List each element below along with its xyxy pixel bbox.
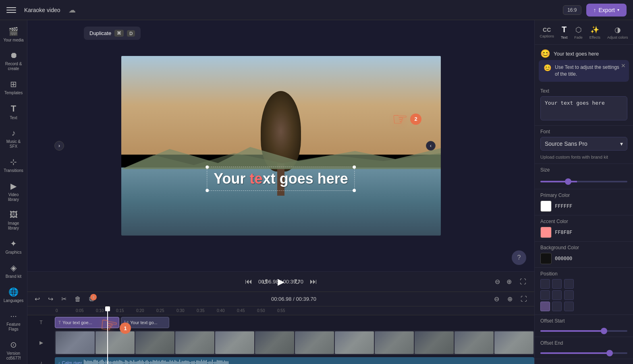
sidebar-item-image-library[interactable]: 🖼 Image library	[2, 207, 26, 234]
sidebar-item-video-library[interactable]: ▶ Video library	[2, 178, 26, 205]
position-middle-left[interactable]	[540, 290, 550, 300]
canvas-text-red: te	[250, 170, 263, 187]
ruler-marks-container: 0 0:05 0:10 0:15 0:20 0:25 0:30 0:35 0:4…	[55, 308, 534, 313]
background-color-swatch[interactable]	[540, 253, 552, 264]
video-canvas[interactable]: Your text goes here	[121, 56, 441, 236]
position-top-center[interactable]	[552, 279, 562, 289]
help-button[interactable]: ?	[512, 250, 526, 265]
timeline-zoom-out-button[interactable]: ⊖	[492, 294, 502, 304]
right-panel-collapse-button[interactable]: ‹	[426, 141, 436, 151]
timeline-time-display: 00:06.98 / 00:39.70	[99, 296, 488, 302]
menu-button[interactable]	[6, 5, 16, 15]
effects-tab[interactable]: ✨ Effects	[587, 24, 603, 41]
delete-button[interactable]: 🗑	[72, 295, 83, 304]
timeline-zoom-in-button[interactable]: ⊕	[505, 294, 515, 304]
audio-track-label: ♪	[27, 360, 55, 364]
playback-time: 00:06.98 / 00:39.70	[258, 279, 303, 285]
ruler-mark-15: 0:15	[115, 308, 135, 313]
text-input[interactable]: Your text goes here	[540, 96, 627, 120]
skip-to-start-button[interactable]: ⏮	[243, 276, 254, 287]
sidebar-item-record[interactable]: ⏺ Record &create	[2, 48, 26, 74]
project-title[interactable]: Karaoke video	[24, 7, 60, 13]
accent-color-row[interactable]: FF8F8F	[540, 227, 627, 238]
position-bottom-left[interactable]	[540, 302, 550, 311]
primary-color-swatch[interactable]	[540, 201, 552, 212]
cut-button[interactable]: ✂	[59, 294, 69, 304]
sidebar-item-music[interactable]: ♪ Music & SFX	[2, 125, 26, 152]
primary-color-row[interactable]: FFFFFF	[540, 201, 627, 212]
right-panel: CC Captions T Text ⬡ Fade ✨ Effects ◑ Ad…	[534, 20, 633, 364]
sidebar-item-graphics[interactable]: ✦ Graphics	[2, 236, 26, 258]
size-slider[interactable]	[540, 181, 627, 182]
position-bottom-right[interactable]	[564, 302, 574, 311]
ruler-mark-40: 0:40	[216, 308, 236, 313]
undo-button[interactable]: ↩	[32, 294, 42, 304]
video-library-icon: ▶	[10, 181, 17, 191]
skip-to-end-button[interactable]: ⏭	[308, 276, 319, 287]
sidebar-item-languages[interactable]: 🌐 Languages	[2, 284, 26, 306]
audio-waveform: // Generate waveform bars inline const w…	[84, 360, 531, 364]
main-layout: 🎬 Your media ⏺ Record &create ⊞ Template…	[0, 20, 633, 364]
export-button[interactable]: ↑ Export ▾	[586, 4, 627, 17]
film-frame-5	[215, 331, 254, 354]
offset-end-slider[interactable]	[540, 352, 627, 354]
resize-handle-tl[interactable]	[205, 165, 209, 169]
sidebar-item-transitions[interactable]: ⊹ Transitions	[2, 154, 26, 176]
redo-button[interactable]: ↪	[46, 294, 56, 304]
zoom-out-button[interactable]: ⊖	[493, 276, 502, 287]
sidebar-collapse-button[interactable]: ›	[54, 141, 64, 151]
text-tab[interactable]: T Text	[558, 23, 570, 41]
text-clip-1[interactable]: T Your text goe...	[55, 317, 119, 328]
upload-fonts-link[interactable]: Upload custom fonts	[540, 155, 582, 159]
audio-clip-label: Calm river	[62, 360, 82, 364]
sidebar-item-templates[interactable]: ⊞ Templates	[2, 76, 26, 99]
canvas-region: Your text goes here Duplicate ⌘ D › ? ‹ …	[27, 20, 534, 364]
canvas-mountains	[121, 145, 441, 169]
font-section: Font Source Sans Pro ▾ Upload custom fon…	[535, 126, 633, 164]
aspect-ratio-selector[interactable]: 16:9	[563, 5, 581, 15]
help-icon[interactable]: ?	[512, 250, 526, 265]
sidebar-item-text[interactable]: T Text	[2, 100, 26, 124]
text-clip-1-icon: T	[58, 321, 61, 325]
sidebar-item-brand-kit[interactable]: ◈ Brand kit	[2, 260, 26, 282]
timeline-ruler: 0 0:05 0:10 0:15 0:20 0:25 0:30 0:35 0:4…	[27, 306, 534, 315]
film-frame-10	[415, 331, 454, 354]
info-tooltip: 😊 Use Text to adjust the settings of the…	[539, 60, 629, 82]
fade-tab[interactable]: ⬡ Fade	[572, 24, 585, 41]
accent-color-hex: FF8F8F	[555, 230, 572, 235]
captions-tab[interactable]: CC Captions	[537, 25, 556, 40]
text-clip-1-label: Your text goe...	[62, 320, 92, 325]
position-middle-center[interactable]	[552, 290, 562, 300]
audio-track-content[interactable]: ♪ Calm river // Generate waveform bars i…	[55, 357, 534, 364]
duplicate-clip-button[interactable]: ⧉ 1	[87, 295, 96, 304]
sidebar-item-your-media[interactable]: 🎬 Your media	[2, 23, 26, 46]
timeline-tracks-area: 0 0:05 0:10 0:15 0:20 0:25 0:30 0:35 0:4…	[27, 306, 534, 364]
tooltip-close-button[interactable]: ✕	[621, 62, 626, 69]
timeline-playhead[interactable]	[107, 306, 108, 364]
video-track-content[interactable]	[55, 331, 534, 355]
background-color-row[interactable]: 000000	[540, 253, 627, 264]
accent-color-swatch[interactable]	[540, 227, 552, 238]
position-top-left[interactable]	[540, 279, 550, 289]
fullscreen-button[interactable]: ⛶	[518, 277, 528, 287]
film-frame-1	[56, 331, 95, 354]
sidebar-item-feature-flags[interactable]: ··· Feature Flags	[2, 308, 26, 335]
right-panel-icon-tabs: CC Captions T Text ⬡ Fade ✨ Effects ◑ Ad…	[535, 20, 633, 45]
languages-icon: 🌐	[8, 287, 19, 297]
audio-clip[interactable]: ♪ Calm river // Generate waveform bars i…	[55, 357, 534, 364]
zoom-in-button[interactable]: ⊕	[505, 276, 513, 287]
position-bottom-center[interactable]	[552, 302, 562, 311]
canvas-text-overlay[interactable]: Your text goes here	[207, 167, 355, 191]
accent-color-title: Accent Color	[540, 219, 627, 224]
position-middle-right[interactable]	[564, 290, 574, 300]
resize-handle-bl[interactable]	[205, 189, 209, 192]
text-clip-2[interactable]: || Your text go...	[121, 317, 169, 328]
offset-start-slider[interactable]	[540, 330, 627, 332]
export-dropdown-arrow: ▾	[617, 8, 619, 12]
position-top-right[interactable]	[564, 279, 574, 289]
audio-track-icon: ♪	[40, 360, 42, 364]
adjust-colors-icon: ◑	[614, 25, 621, 34]
adjust-colors-tab[interactable]: ◑ Adjust colors	[605, 24, 631, 41]
font-selector[interactable]: Source Sans Pro ▾	[540, 137, 627, 151]
timeline-expand-button[interactable]: ⛶	[518, 295, 529, 304]
